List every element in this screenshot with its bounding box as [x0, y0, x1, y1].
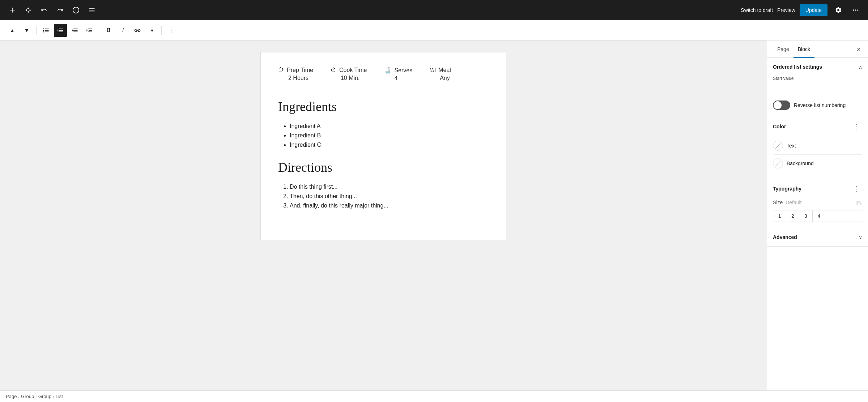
meal-label: Meal: [438, 67, 451, 73]
list-item[interactable]: Ingredient B: [290, 132, 489, 139]
meal-icon: 🍽: [430, 67, 435, 73]
breadcrumb-list[interactable]: List: [56, 394, 63, 399]
list-item[interactable]: Ingredient A: [290, 123, 489, 129]
typography-more-options-button[interactable]: ⋮: [851, 184, 862, 193]
svg-rect-5: [89, 10, 95, 10]
svg-rect-22: [73, 29, 78, 29]
list-item[interactable]: Then, do this other thing...: [290, 193, 489, 200]
typography-section-title: Typography: [773, 186, 801, 192]
ordered-list-button[interactable]: 1.2.3.: [54, 24, 67, 37]
separator-2: [99, 26, 99, 35]
svg-rect-4: [89, 8, 95, 9]
cook-time-icon: ⏱: [331, 67, 336, 73]
serves-value: 4: [384, 75, 397, 82]
block-mover-up-button[interactable]: ▲: [6, 24, 19, 37]
svg-text:i: i: [76, 8, 76, 12]
info-button[interactable]: i: [69, 4, 82, 17]
ingredients-heading: Ingredients: [278, 99, 489, 114]
typography-adjust-button[interactable]: [856, 199, 862, 206]
svg-text:3.: 3.: [58, 30, 59, 33]
ordered-list-settings-header[interactable]: Ordered list settings: [767, 58, 868, 76]
typography-section-header[interactable]: Typography ⋮: [767, 178, 868, 199]
editor-area: ⏱ Prep Time 2 Hours ⏱ Cook Time 10 Min. …: [0, 40, 767, 390]
more-block-options-button[interactable]: ⋮: [165, 24, 178, 37]
reverse-list-row: Reverse list numbering: [773, 100, 862, 110]
list-item[interactable]: Do this thing first...: [290, 184, 489, 190]
top-bar-left: i: [6, 4, 98, 17]
size-4-button[interactable]: 4: [813, 210, 825, 222]
typography-size-label: Size Default: [773, 200, 801, 205]
link-button[interactable]: [131, 24, 144, 37]
switch-to-draft-button[interactable]: Switch to draft: [741, 7, 773, 13]
size-3-button[interactable]: 3: [799, 210, 812, 222]
svg-rect-6: [89, 12, 95, 12]
more-options-top-button[interactable]: [849, 4, 862, 17]
svg-rect-23: [73, 30, 78, 31]
breadcrumb-page[interactable]: Page: [6, 394, 17, 399]
editor-content: ⏱ Prep Time 2 Hours ⏱ Cook Time 10 Min. …: [260, 52, 506, 240]
reverse-list-toggle[interactable]: [773, 100, 790, 110]
start-value-input[interactable]: [773, 84, 862, 96]
breadcrumb-group-1[interactable]: Group: [21, 394, 34, 399]
list-view-button[interactable]: [85, 4, 98, 17]
sidebar-tabs: Page Block ×: [767, 40, 868, 58]
size-buttons: 1 2 3 4: [773, 210, 862, 222]
serves-label: Serves: [394, 67, 412, 74]
chevron-down-icon: [859, 234, 862, 240]
preview-button[interactable]: Preview: [777, 7, 795, 13]
svg-point-7: [853, 9, 854, 10]
bold-button[interactable]: B: [102, 24, 115, 37]
list-item[interactable]: Ingredient C: [290, 142, 489, 148]
outdent-button[interactable]: [68, 24, 81, 37]
svg-rect-12: [45, 31, 49, 32]
indent-button[interactable]: [83, 24, 96, 37]
reverse-list-label: Reverse list numbering: [794, 102, 846, 108]
color-more-options-button[interactable]: ⋮: [851, 122, 862, 131]
background-color-option[interactable]: Background: [773, 155, 862, 172]
format-bar: ▲ ▼ 1.2.3. B I ▾ ⋮: [0, 20, 868, 40]
advanced-section-header[interactable]: Advanced: [767, 228, 868, 246]
svg-point-15: [43, 31, 44, 32]
start-value-label: Start value: [773, 76, 862, 81]
breadcrumb-group-2[interactable]: Group: [38, 394, 51, 399]
sidebar: Page Block × Ordered list settings Start…: [767, 40, 868, 390]
add-block-button[interactable]: [6, 4, 19, 17]
tab-block[interactable]: Block: [793, 40, 814, 58]
more-rich-text-button[interactable]: ▾: [145, 24, 158, 37]
directions-list: Do this thing first... Then, do this oth…: [278, 184, 489, 209]
tab-page[interactable]: Page: [773, 40, 793, 58]
meal-value: Any: [430, 75, 450, 81]
size-1-button[interactable]: 1: [773, 210, 786, 222]
background-color-label: Background: [787, 161, 814, 166]
close-sidebar-button[interactable]: ×: [855, 44, 862, 54]
serves-item: 🍶 Serves 4: [384, 67, 412, 82]
cook-time-value: 10 Min.: [331, 75, 359, 81]
list-item[interactable]: And, finally, do this really major thing…: [290, 202, 489, 209]
text-color-circle: [773, 141, 783, 151]
update-button[interactable]: Update: [800, 4, 827, 16]
typography-section: Typography ⋮ Size Default 1 2 3: [767, 178, 868, 228]
color-section-content: Text Background: [767, 137, 868, 178]
tools-button[interactable]: [22, 4, 35, 17]
svg-rect-1: [10, 10, 14, 10]
settings-button[interactable]: [832, 4, 845, 17]
color-section-header[interactable]: Color ⋮: [767, 116, 868, 137]
typography-size-row: Size Default: [773, 199, 862, 206]
svg-point-9: [857, 9, 858, 10]
prep-time-label: Prep Time: [287, 67, 313, 73]
unordered-list-button[interactable]: [39, 24, 52, 37]
size-2-button[interactable]: 2: [786, 210, 799, 222]
svg-rect-11: [45, 30, 49, 31]
redo-button[interactable]: [54, 4, 67, 17]
recipe-info: ⏱ Prep Time 2 Hours ⏱ Cook Time 10 Min. …: [278, 67, 489, 87]
cook-time-item: ⏱ Cook Time 10 Min.: [331, 67, 367, 82]
text-color-option[interactable]: Text: [773, 137, 862, 155]
breadcrumb-arrow-1: ›: [18, 394, 20, 399]
color-section: Color ⋮ Text Background: [767, 116, 868, 178]
undo-button[interactable]: [38, 4, 51, 17]
background-color-circle: [773, 158, 783, 168]
text-color-slash: [775, 143, 781, 149]
typography-section-content: Size Default 1 2 3 4: [767, 199, 868, 228]
block-mover-down-button[interactable]: ▼: [20, 24, 33, 37]
italic-button[interactable]: I: [116, 24, 129, 37]
